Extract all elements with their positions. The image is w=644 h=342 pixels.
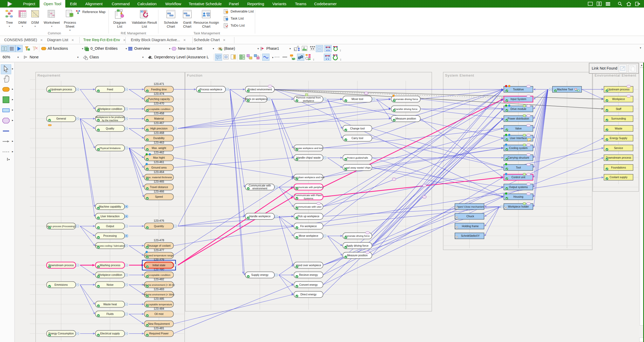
svg-text:Speed: Speed: [155, 195, 163, 198]
svg-text:Workpiece holder: Workpiece holder: [508, 205, 529, 208]
svg-text:Feed: Feed: [107, 88, 113, 91]
svg-text:Supply energy: Supply energy: [251, 273, 269, 276]
svg-text:Lead away waste/ chips: Lead away waste/ chips: [344, 166, 371, 169]
svg-text:Max. material thickness: Max. material thickness: [146, 176, 172, 179]
svg-text:User Interface: User Interface: [510, 137, 527, 140]
svg-text:by the machine: by the machine: [102, 119, 118, 122]
svg-text:Communicate with Plant-: Communicate with Plant-: [295, 194, 323, 197]
svg-text:123-477: 123-477: [154, 248, 164, 252]
svg-text:Upstream process: Upstream process: [608, 88, 629, 91]
svg-text:123-478: 123-478: [154, 239, 164, 242]
svg-text:Foundations: Foundations: [611, 166, 626, 169]
svg-text:workpiece: workpiece: [302, 99, 314, 102]
svg-text:Generate driving force: Generate driving force: [394, 98, 418, 101]
svg-text:Material: Material: [154, 117, 164, 120]
svg-text:123-466: 123-466: [154, 190, 164, 193]
svg-text:Travel distance: Travel distance: [150, 186, 168, 189]
svg-text:Hand over workpiece: Hand over workpiece: [296, 264, 321, 267]
svg-text:Change tool: Change tool: [350, 127, 365, 130]
svg-text:Punching capacity: Punching capacity: [148, 98, 170, 101]
svg-text:Carrying structure: Carrying structure: [508, 156, 529, 159]
svg-text:123-474: 123-474: [154, 92, 164, 95]
svg-text:Direct energy: Direct energy: [300, 293, 317, 296]
svg-text:Downstream process: Downstream process: [48, 264, 74, 267]
svg-text:Energy Consumption: Energy Consumption: [48, 332, 74, 335]
svg-text:123-476: 123-476: [154, 219, 164, 222]
svg-text:Housing: Housing: [513, 195, 523, 198]
svg-text:Open/ Close mechanism: Open/ Close mechanism: [456, 205, 484, 208]
svg-text:123-458: 123-458: [154, 112, 164, 115]
svg-text:High precision: High precision: [150, 127, 168, 130]
svg-text:Quantity: Quantity: [154, 225, 164, 228]
svg-text:Generate driving force: Generate driving force: [345, 234, 370, 237]
svg-text:Protect guides/rails: Protect guides/rails: [347, 156, 368, 159]
svg-text:NG: NG: [144, 11, 147, 13]
svg-text:Fluids: Fluids: [106, 313, 114, 315]
svg-text:123-468: 123-468: [154, 131, 164, 134]
svg-text:Measure position: Measure position: [395, 117, 416, 120]
svg-text:Remove material from: Remove material from: [296, 96, 321, 99]
svg-text:123-484: 123-484: [154, 307, 164, 310]
svg-text:Recieve energy: Recieve energy: [299, 273, 318, 276]
svg-text:Control unit: Control unit: [511, 176, 525, 179]
svg-text:L: L: [294, 48, 296, 51]
svg-text:Valve: Valve: [515, 127, 521, 130]
svg-text:Output: Output: [106, 225, 114, 228]
svg-text:Max hight: Max hight: [153, 156, 165, 159]
svg-text:Acceptable temperature: Acceptable temperature: [146, 303, 172, 306]
svg-text:User Interaction: User Interaction: [100, 215, 120, 218]
svg-text:Physical limitations: Physical limitations: [99, 147, 120, 150]
svg-text:Workpiece condition: Workpiece condition: [98, 108, 122, 110]
svg-text:New Requirement: New Requirement: [148, 322, 170, 325]
svg-text:Pick up workpiece: Pick up workpiece: [298, 215, 319, 218]
svg-text:Handle workpiece: Handle workpiece: [249, 215, 271, 218]
svg-text:Feeding time: Feeding time: [151, 88, 167, 91]
svg-text:Staff: Staff: [616, 108, 621, 110]
svg-text:Process workpiece: Process workpiece: [199, 88, 222, 91]
svg-text:Processing: Processing: [103, 234, 117, 237]
svg-text:Noise: Noise: [107, 283, 114, 286]
svg-text:Measure position: Measure position: [347, 254, 368, 257]
svg-text:Drive module: Drive module: [510, 108, 526, 110]
svg-text:Communicate with user: Communicate with user: [295, 205, 322, 208]
svg-text:Waste heat: Waste heat: [103, 303, 117, 306]
svg-text:Fix workpiece: Fix workpiece: [300, 225, 317, 228]
svg-text:Function: Function: [187, 73, 203, 77]
svg-text:Reusage of coolant: Reusage of coolant: [147, 244, 171, 247]
svg-text:Output systems: Output systems: [509, 186, 528, 189]
svg-text:Requirement: Requirement: [37, 73, 60, 77]
svg-text:Ground area: Ground area: [151, 166, 167, 169]
svg-text:Machine Tool: Machine Tool: [557, 88, 573, 91]
svg-text:123-482: 123-482: [154, 278, 164, 281]
svg-text:Washing process: Washing process: [100, 264, 120, 267]
svg-text:Protect environment: Protect environment: [248, 88, 272, 91]
svg-text:123-465: 123-465: [154, 180, 164, 183]
svg-text:Required Power: Required Power: [149, 332, 169, 335]
svg-text:General: General: [56, 117, 66, 120]
svg-text:Move tool: Move tool: [351, 98, 363, 101]
svg-text:SchnittStelleXY: SchnittStelleXY: [461, 234, 480, 237]
svg-text:123-464: 123-464: [154, 170, 164, 173]
svg-text:Quality: Quality: [106, 127, 114, 130]
svg-text:Convert energy: Convert energy: [299, 283, 318, 286]
svg-text:Main process (Processing): Main process (Processing): [47, 225, 75, 228]
svg-text:123-479: 123-479: [154, 258, 164, 261]
svg-text:Workpieces to be produced: Workpieces to be produced: [95, 116, 125, 119]
svg-text:A: A: [303, 46, 305, 49]
svg-text:Transfer driving force: Transfer driving force: [394, 108, 417, 110]
svg-text:environment: environment: [252, 187, 267, 190]
svg-text:Communicate with: Communicate with: [249, 184, 271, 187]
svg-text:Power distribution: Power distribution: [508, 117, 529, 120]
svg-text:Acceptable condition: Acceptable condition: [147, 273, 171, 276]
svg-text:Emmisions: Emmisions: [55, 283, 68, 286]
svg-text:Input System: Input System: [511, 98, 526, 101]
svg-text:Durability: Durability: [153, 137, 165, 140]
svg-text:Holding frame: Holding frame: [462, 225, 479, 228]
svg-text:Upstream process: Upstream process: [50, 88, 72, 91]
svg-text:Tooldrive: Tooldrive: [513, 88, 524, 91]
svg-text:123-471: 123-471: [154, 82, 164, 85]
svg-text:Max. weight: Max. weight: [152, 147, 166, 150]
svg-text:Allowed temperature range: Allowed temperature range: [145, 254, 173, 257]
svg-text:123-462: 123-462: [154, 151, 164, 154]
svg-text:Coolant supply: Coolant supply: [610, 176, 628, 179]
